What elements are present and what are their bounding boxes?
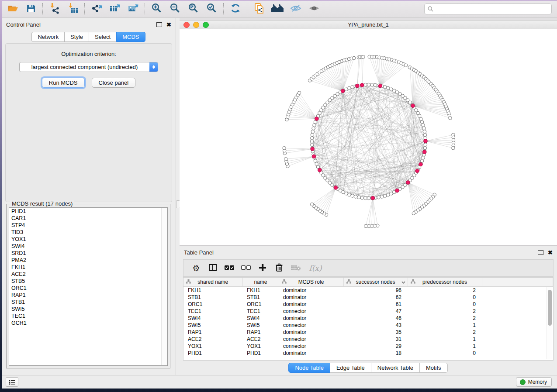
column-header-predecessor-nodes[interactable]: predecessor nodes: [408, 278, 482, 287]
cell-successor_nodes[interactable]: 46: [343, 315, 408, 322]
save-button[interactable]: [22, 2, 40, 16]
gear-button[interactable]: ⚙: [188, 261, 204, 275]
cell-mcds_role[interactable]: connector: [279, 336, 343, 343]
result-node-item[interactable]: FKH1: [9, 264, 167, 271]
run-mcds-button[interactable]: Run MCDS: [42, 78, 85, 88]
select-all-button[interactable]: [221, 261, 238, 275]
cell-name[interactable]: TEC1: [242, 308, 279, 315]
tab-select[interactable]: Select: [89, 32, 117, 42]
search-input[interactable]: [424, 3, 552, 14]
table-row[interactable]: SWI4SWI4dominator462: [183, 315, 553, 322]
cell-successor_nodes[interactable]: 62: [343, 294, 408, 301]
tab-edge-table[interactable]: Edge Table: [330, 363, 371, 373]
cell-predecessor_nodes[interactable]: 2: [408, 315, 482, 322]
cell-shared_name[interactable]: PHD1: [183, 350, 242, 357]
show-eye-button[interactable]: [305, 2, 323, 16]
cell-shared_name[interactable]: ORC1: [183, 301, 242, 308]
result-node-item[interactable]: SRD1: [9, 250, 167, 257]
mcds-result-list[interactable]: PHD1CAR1STP4TID3YOX1SWI4SRD1PMA2FKH1ACE2…: [9, 207, 168, 366]
result-node-item[interactable]: SWI5: [9, 306, 167, 313]
result-scrollbar[interactable]: [161, 208, 167, 365]
cell-mcds_role[interactable]: dominator: [279, 350, 343, 357]
trash-button[interactable]: [271, 261, 287, 275]
open-folder-button[interactable]: [3, 2, 22, 16]
cell-predecessor_nodes[interactable]: 1: [408, 322, 482, 329]
result-node-item[interactable]: PHD1: [9, 208, 167, 215]
zoom-fit-button[interactable]: [184, 2, 203, 16]
table-row[interactable]: ORC1ORC1dominator610: [183, 301, 553, 308]
cell-successor_nodes[interactable]: 43: [343, 322, 408, 329]
cell-successor_nodes[interactable]: 96: [343, 287, 408, 294]
cell-mcds_role[interactable]: connector: [279, 308, 343, 315]
table-row[interactable]: RAP1RAP1dominator352: [183, 329, 553, 336]
result-node-item[interactable]: RAP1: [9, 292, 167, 299]
cell-shared_name[interactable]: FKH1: [183, 287, 242, 294]
cell-mcds_role[interactable]: dominator: [279, 315, 343, 322]
cell-successor_nodes[interactable]: 18: [343, 350, 408, 357]
criterion-select[interactable]: largest connected component (undirected): [19, 62, 158, 72]
table-row[interactable]: TEC1TEC1connector472: [183, 308, 553, 315]
close-panel-icon[interactable]: ✖: [166, 22, 171, 28]
zoom-selected-button[interactable]: [203, 2, 221, 16]
cell-shared_name[interactable]: RAP1: [183, 329, 242, 336]
tab-motifs[interactable]: Motifs: [419, 363, 448, 373]
close-table-panel-icon[interactable]: ✖: [548, 250, 553, 255]
import-network-button[interactable]: [45, 2, 64, 16]
cell-name[interactable]: SWI4: [242, 315, 279, 322]
result-node-item[interactable]: ACE2: [9, 271, 167, 278]
table-row[interactable]: PHD1PHD1dominator180: [183, 350, 553, 357]
cell-mcds_role[interactable]: dominator: [279, 301, 343, 308]
cell-successor_nodes[interactable]: 47: [343, 308, 408, 315]
cell-predecessor_nodes[interactable]: 2: [408, 287, 482, 294]
zoom-in-button[interactable]: [148, 2, 166, 16]
result-node-item[interactable]: STB1: [9, 299, 167, 306]
table-scrollbar-thumb[interactable]: [548, 290, 552, 326]
split-columns-button[interactable]: [204, 261, 221, 275]
float-table-panel-icon[interactable]: [538, 250, 543, 255]
table-row[interactable]: FKH1FKH1dominator962: [183, 287, 553, 294]
result-node-item[interactable]: PMA2: [9, 257, 167, 264]
export-image-button[interactable]: [124, 2, 142, 16]
result-node-item[interactable]: TID3: [9, 229, 167, 236]
result-node-item[interactable]: STP4: [9, 222, 167, 229]
result-node-item[interactable]: TEC1: [9, 313, 167, 320]
network-window-titlebar[interactable]: YPA_prune.txt_1: [180, 20, 557, 29]
column-header-shared-name[interactable]: shared name: [183, 278, 242, 287]
tab-style[interactable]: Style: [64, 32, 89, 42]
memory-button[interactable]: Memory: [516, 377, 552, 387]
table-row[interactable]: STB1STB1dominator620: [183, 294, 553, 301]
hide-eye-button[interactable]: [287, 2, 305, 16]
cell-predecessor_nodes[interactable]: 2: [408, 308, 482, 315]
cell-predecessor_nodes[interactable]: 1: [408, 343, 482, 350]
tab-network[interactable]: Network: [31, 32, 65, 42]
task-history-button[interactable]: [6, 377, 18, 387]
cell-mcds_role[interactable]: dominator: [279, 329, 343, 336]
import-table-button[interactable]: [64, 2, 82, 16]
result-node-item[interactable]: YOX1: [9, 236, 167, 243]
cell-successor_nodes[interactable]: 31: [343, 336, 408, 343]
cell-successor_nodes[interactable]: 61: [343, 301, 408, 308]
cell-predecessor_nodes[interactable]: 0: [408, 294, 482, 301]
tab-node-table[interactable]: Node Table: [288, 363, 330, 373]
cell-predecessor_nodes[interactable]: 2: [408, 329, 482, 336]
cell-predecessor_nodes[interactable]: 1: [408, 336, 482, 343]
cell-predecessor_nodes[interactable]: 0: [408, 350, 482, 357]
copy-share-button[interactable]: [250, 2, 268, 16]
cell-name[interactable]: FKH1: [242, 287, 279, 294]
cell-name[interactable]: RAP1: [242, 329, 279, 336]
cell-mcds_role[interactable]: connector: [279, 322, 343, 329]
cell-mcds_role[interactable]: dominator: [279, 287, 343, 294]
cell-name[interactable]: PHD1: [242, 350, 279, 357]
cell-name[interactable]: ACE2: [242, 336, 279, 343]
result-node-item[interactable]: GCR1: [9, 320, 167, 327]
network-graph[interactable]: [180, 29, 557, 245]
tab-network-table[interactable]: Network Table: [371, 363, 420, 373]
float-panel-icon[interactable]: [156, 22, 162, 27]
cell-predecessor_nodes[interactable]: 0: [408, 301, 482, 308]
result-node-item[interactable]: SWI4: [9, 243, 167, 250]
cell-name[interactable]: STB1: [242, 294, 279, 301]
refresh-button[interactable]: [226, 2, 245, 16]
cell-mcds_role[interactable]: dominator: [279, 294, 343, 301]
result-node-item[interactable]: ORC1: [9, 285, 167, 292]
cell-name[interactable]: ORC1: [242, 301, 279, 308]
